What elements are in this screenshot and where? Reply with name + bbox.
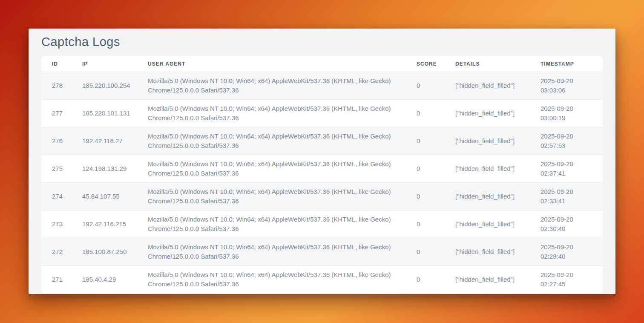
cell-ip: 185.220.100.254 [72, 72, 137, 100]
table-header-row: ID IP USER AGENT SCORE DETAILS TIMESTAMP [41, 56, 603, 72]
cell-details: ["hidden_field_filled"] [445, 155, 530, 183]
cell-ip: 192.42.116.215 [72, 211, 137, 238]
cell-timestamp: 2025-09-20 02:57:53 [530, 127, 603, 155]
cell-ip: 185.100.87.250 [72, 238, 137, 266]
cell-id: 277 [41, 100, 72, 127]
cell-id: 278 [41, 72, 72, 100]
cell-user-agent: Mozilla/5.0 (Windows NT 10.0; Win64; x64… [137, 266, 406, 294]
cell-id: 274 [41, 183, 72, 211]
cell-user-agent: Mozilla/5.0 (Windows NT 10.0; Win64; x64… [137, 127, 406, 155]
cell-score: 0 [406, 155, 445, 183]
column-header-details: DETAILS [445, 56, 530, 72]
logs-table-container: ID IP USER AGENT SCORE DETAILS TIMESTAMP… [41, 56, 603, 293]
cell-details: ["hidden_field_filled"] [445, 100, 530, 127]
page-background: Captcha Logs ID IP USER AGENT SCORE DETA… [0, 0, 644, 323]
table-row: 278 185.220.100.254 Mozilla/5.0 (Windows… [41, 72, 603, 100]
column-header-useragent: USER AGENT [137, 56, 406, 72]
cell-score: 0 [406, 127, 445, 155]
column-header-id: ID [41, 56, 72, 72]
cell-ip: 124.198.131.29 [72, 155, 137, 183]
cell-ip: 185.40.4.29 [72, 266, 137, 294]
cell-id: 272 [41, 238, 72, 266]
cell-ip: 185.220.101.131 [72, 100, 137, 127]
cell-id: 271 [41, 266, 72, 294]
table-row: 275 124.198.131.29 Mozilla/5.0 (Windows … [41, 155, 603, 183]
cell-details: ["hidden_field_filled"] [445, 211, 530, 238]
column-header-ip: IP [72, 56, 137, 72]
cell-ip: 45.84.107.55 [72, 183, 137, 211]
cell-id: 273 [41, 211, 72, 238]
cell-user-agent: Mozilla/5.0 (Windows NT 10.0; Win64; x64… [137, 183, 406, 211]
table-row: 273 192.42.116.215 Mozilla/5.0 (Windows … [41, 211, 603, 238]
table-row: 276 192.42.116.27 Mozilla/5.0 (Windows N… [41, 127, 603, 155]
cell-user-agent: Mozilla/5.0 (Windows NT 10.0; Win64; x64… [137, 211, 406, 238]
cell-timestamp: 2025-09-20 02:37:41 [530, 155, 603, 183]
cell-score: 0 [406, 238, 445, 266]
cell-timestamp: 2025-09-20 02:30:40 [530, 211, 603, 238]
table-row: 274 45.84.107.55 Mozilla/5.0 (Windows NT… [41, 183, 603, 211]
column-header-timestamp: TIMESTAMP [530, 56, 603, 72]
cell-timestamp: 2025-09-20 02:27:45 [530, 266, 603, 294]
cell-id: 276 [41, 127, 72, 155]
cell-timestamp: 2025-09-20 02:29:40 [530, 238, 603, 266]
cell-score: 0 [406, 183, 445, 211]
page-title: Captcha Logs [41, 29, 603, 49]
column-header-score: SCORE [406, 56, 445, 72]
cell-user-agent: Mozilla/5.0 (Windows NT 10.0; Win64; x64… [137, 72, 406, 100]
cell-timestamp: 2025-09-20 02:33:41 [530, 183, 603, 211]
cell-score: 0 [406, 266, 445, 294]
cell-timestamp: 2025-09-20 03:00:19 [530, 100, 603, 127]
table-row: 272 185.100.87.250 Mozilla/5.0 (Windows … [41, 238, 603, 266]
table-body: 278 185.220.100.254 Mozilla/5.0 (Windows… [41, 72, 603, 294]
table-row: 271 185.40.4.29 Mozilla/5.0 (Windows NT … [41, 266, 603, 294]
cell-timestamp: 2025-09-20 03:03:06 [530, 72, 603, 100]
cell-details: ["hidden_field_filled"] [445, 266, 530, 294]
cell-ip: 192.42.116.27 [72, 127, 137, 155]
cell-details: ["hidden_field_filled"] [445, 72, 530, 100]
captcha-logs-card: Captcha Logs ID IP USER AGENT SCORE DETA… [29, 29, 615, 294]
cell-user-agent: Mozilla/5.0 (Windows NT 10.0; Win64; x64… [137, 100, 406, 127]
logs-table: ID IP USER AGENT SCORE DETAILS TIMESTAMP… [41, 56, 603, 293]
table-row: 277 185.220.101.131 Mozilla/5.0 (Windows… [41, 100, 603, 127]
cell-details: ["hidden_field_filled"] [445, 183, 530, 211]
cell-user-agent: Mozilla/5.0 (Windows NT 10.0; Win64; x64… [137, 238, 406, 266]
cell-id: 275 [41, 155, 72, 183]
cell-user-agent: Mozilla/5.0 (Windows NT 10.0; Win64; x64… [137, 155, 406, 183]
cell-details: ["hidden_field_filled"] [445, 238, 530, 266]
cell-score: 0 [406, 72, 445, 100]
cell-score: 0 [406, 211, 445, 238]
cell-details: ["hidden_field_filled"] [445, 127, 530, 155]
cell-score: 0 [406, 100, 445, 127]
